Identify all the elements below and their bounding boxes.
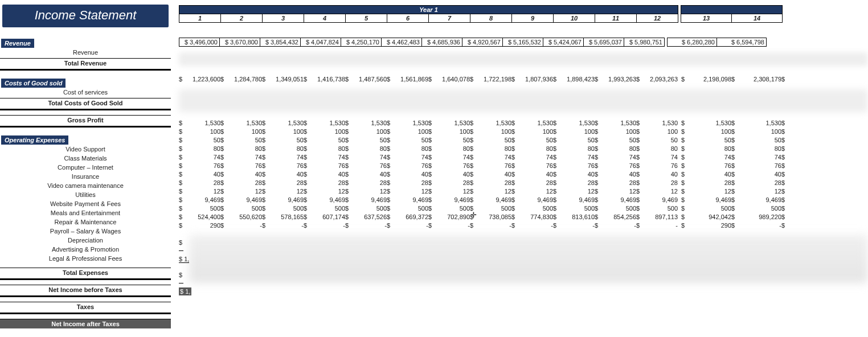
value-cell[interactable]: 40	[350, 170, 387, 179]
value-cell[interactable]: 100	[350, 128, 387, 136]
value-cell[interactable]: 40	[183, 170, 220, 179]
value-cell[interactable]: 74	[391, 153, 428, 162]
value-cell[interactable]: 9,469	[516, 196, 553, 204]
value-cell[interactable]: 80	[267, 145, 304, 153]
value-cell[interactable]: 989,220	[736, 213, 781, 221]
value-cell[interactable]: 1,530	[308, 119, 345, 128]
value-cell[interactable]: 12	[225, 187, 262, 196]
value-cell[interactable]: 578,165	[267, 213, 304, 221]
value-cell[interactable]: 74	[686, 153, 731, 162]
value-cell[interactable]: 854,256	[599, 213, 636, 221]
value-cell[interactable]: 40	[225, 170, 262, 179]
value-cell[interactable]: 9,469	[599, 196, 636, 204]
value-cell[interactable]: 28	[225, 179, 262, 187]
value-cell[interactable]: 40	[267, 170, 304, 179]
value-cell[interactable]: 9,469	[267, 196, 304, 204]
value-cell[interactable]: 28	[516, 179, 553, 187]
value-cell[interactable]: 12	[686, 187, 731, 196]
value-cell[interactable]: 9,469	[308, 196, 345, 204]
value-cell[interactable]: 500	[183, 204, 220, 213]
value-cell[interactable]: 76	[391, 162, 428, 170]
value-cell[interactable]: 1,349,051	[267, 75, 304, 84]
value-cell[interactable]: 80	[308, 145, 345, 153]
value-cell[interactable]: 9,469	[474, 196, 511, 204]
value-cell[interactable]: 1,530	[474, 119, 511, 128]
value-cell[interactable]: 897,113	[641, 213, 678, 221]
value-cell[interactable]: 1,530	[686, 119, 731, 128]
value-cell[interactable]: 74	[736, 153, 781, 162]
value-cell[interactable]: 9,469	[350, 196, 387, 204]
value-cell[interactable]: -	[433, 221, 470, 230]
value-cell[interactable]: 9,469	[391, 196, 428, 204]
value-cell[interactable]: 12	[474, 187, 511, 196]
value-cell[interactable]: 12	[433, 187, 470, 196]
value-cell[interactable]: 12	[391, 187, 428, 196]
value-cell[interactable]: 100	[267, 128, 304, 136]
value-cell[interactable]: 28	[350, 179, 387, 187]
value-cell[interactable]: 28	[433, 179, 470, 187]
value-cell[interactable]: 76	[516, 162, 553, 170]
value-cell[interactable]: 80	[474, 145, 511, 153]
value-cell[interactable]: 100	[516, 128, 553, 136]
revenue-cell[interactable]: $ 4,685,936	[422, 38, 462, 47]
value-cell[interactable]: 74	[641, 153, 678, 162]
revenue-cell[interactable]: $ 6,280,280	[668, 38, 717, 47]
value-cell[interactable]: 12	[183, 187, 220, 196]
value-cell[interactable]: 1,530	[558, 119, 595, 128]
value-cell[interactable]: 500	[391, 204, 428, 213]
value-cell[interactable]: 1,530	[350, 119, 387, 128]
revenue-cell[interactable]: $ 5,695,037	[584, 38, 624, 47]
value-cell[interactable]: 40	[736, 170, 781, 179]
value-cell[interactable]: 100	[599, 128, 636, 136]
value-cell[interactable]: 1,640,078	[433, 75, 470, 84]
value-cell[interactable]: 1,530	[736, 119, 781, 128]
value-cell[interactable]: 524,400	[183, 213, 220, 221]
value-cell[interactable]: 500	[641, 204, 678, 213]
value-cell[interactable]: 74	[516, 153, 553, 162]
value-cell[interactable]: -	[736, 221, 781, 230]
value-cell[interactable]: 500	[474, 204, 511, 213]
value-cell[interactable]: 28	[686, 179, 731, 187]
value-cell[interactable]: 80	[433, 145, 470, 153]
value-cell[interactable]: 500	[599, 204, 636, 213]
value-cell[interactable]: 2,093,263	[641, 75, 678, 84]
value-cell[interactable]: 12	[599, 187, 636, 196]
value-cell[interactable]: 28	[308, 179, 345, 187]
value-cell[interactable]: -	[516, 221, 553, 230]
value-cell[interactable]: 80	[225, 145, 262, 153]
value-cell[interactable]: 28	[391, 179, 428, 187]
value-cell[interactable]: 40	[308, 170, 345, 179]
value-cell[interactable]: 74	[558, 153, 595, 162]
value-cell[interactable]: 1,487,560	[350, 75, 387, 84]
value-cell[interactable]: 28	[183, 179, 220, 187]
value-cell[interactable]: 80	[599, 145, 636, 153]
value-cell[interactable]: 100	[391, 128, 428, 136]
value-cell[interactable]: 12	[350, 187, 387, 196]
value-cell[interactable]: 76	[641, 162, 678, 170]
value-cell[interactable]: 12	[267, 187, 304, 196]
value-cell[interactable]: 50	[736, 136, 781, 145]
revenue-cell[interactable]: $ 3,496,000	[179, 38, 220, 47]
value-cell[interactable]: 738,085	[474, 213, 511, 221]
value-cell[interactable]: 50	[558, 136, 595, 145]
value-cell[interactable]: 40	[641, 170, 678, 179]
value-cell[interactable]: 50	[516, 136, 553, 145]
value-cell[interactable]: 100	[641, 128, 678, 136]
value-cell[interactable]: 50	[686, 136, 731, 145]
value-cell[interactable]: 76	[599, 162, 636, 170]
value-cell[interactable]: 50	[391, 136, 428, 145]
value-cell[interactable]: 100	[433, 128, 470, 136]
value-cell[interactable]: 100	[225, 128, 262, 136]
value-cell[interactable]: 80	[736, 145, 781, 153]
value-cell[interactable]: 500	[736, 204, 781, 213]
value-cell[interactable]: 637,526	[350, 213, 387, 221]
value-cell[interactable]: 74	[183, 153, 220, 162]
value-cell[interactable]: 76	[183, 162, 220, 170]
revenue-cell[interactable]: $ 6,594,798	[717, 38, 767, 47]
value-cell[interactable]: 1,807,936	[516, 75, 553, 84]
value-cell[interactable]: 50	[433, 136, 470, 145]
value-cell[interactable]: 76	[267, 162, 304, 170]
value-cell[interactable]: 76	[308, 162, 345, 170]
value-cell[interactable]: 76	[686, 162, 731, 170]
value-cell[interactable]: 1,530	[225, 119, 262, 128]
